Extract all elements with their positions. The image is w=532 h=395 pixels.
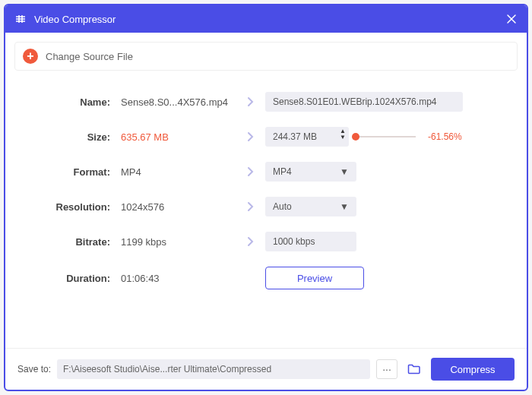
chevron-down-icon: ▼ bbox=[340, 201, 349, 212]
size-slider[interactable] bbox=[355, 136, 416, 137]
source-resolution: 1024x576 bbox=[121, 201, 235, 213]
source-name: Sense8.S0...4X576.mp4 bbox=[121, 96, 235, 108]
row-size: Size: 635.67 MB 244.37 MB ▲ ▼ -61.56% bbox=[30, 127, 502, 147]
row-resolution: Resolution: 1024x576 Auto ▼ bbox=[30, 197, 502, 216]
size-percent: -61.56% bbox=[428, 131, 462, 142]
close-icon[interactable] bbox=[505, 13, 518, 25]
browse-path-button[interactable]: ··· bbox=[376, 359, 397, 379]
output-name-field[interactable]: Sense8.S01E01.WEBrip.1024X576.mp4 bbox=[265, 92, 463, 112]
slider-track[interactable] bbox=[355, 136, 416, 137]
output-format-value: MP4 bbox=[273, 166, 292, 177]
label-bitrate: Bitrate: bbox=[30, 236, 121, 248]
titlebar: Video Compressor bbox=[5, 5, 527, 33]
row-format: Format: MP4 MP4 ▼ bbox=[30, 162, 502, 182]
label-name: Name: bbox=[30, 96, 121, 108]
save-path-field[interactable]: F:\Aiseesoft Studio\Aise...rter Ultimate… bbox=[57, 359, 370, 379]
arrow-icon bbox=[235, 166, 265, 177]
source-bitrate: 1199 kbps bbox=[121, 236, 235, 248]
source-format: MP4 bbox=[121, 166, 235, 178]
arrow-icon bbox=[235, 201, 265, 212]
row-bitrate: Bitrate: 1199 kbps 1000 kbps bbox=[30, 232, 502, 251]
output-resolution-value: Auto bbox=[273, 201, 292, 212]
settings-body: Name: Sense8.S0...4X576.mp4 Sense8.S01E0… bbox=[5, 71, 527, 348]
row-name: Name: Sense8.S0...4X576.mp4 Sense8.S01E0… bbox=[30, 92, 502, 112]
label-duration: Duration: bbox=[30, 273, 121, 284]
arrow-icon bbox=[235, 131, 265, 142]
change-source-bar[interactable]: + Change Source File bbox=[14, 42, 518, 71]
source-duration: 01:06:43 bbox=[121, 273, 235, 284]
output-format-select[interactable]: MP4 ▼ bbox=[265, 162, 356, 182]
output-bitrate-value: 1000 kbps bbox=[273, 236, 315, 247]
arrow-icon bbox=[235, 96, 265, 107]
output-size-value: 244.37 MB bbox=[273, 131, 317, 142]
open-folder-button[interactable] bbox=[404, 359, 425, 379]
spinner-down-icon[interactable]: ▼ bbox=[340, 134, 346, 141]
output-size-stepper[interactable]: 244.37 MB ▲ ▼ bbox=[265, 127, 349, 147]
app-window: Video Compressor + Change Source File Na… bbox=[4, 4, 528, 391]
window-title: Video Compressor bbox=[34, 14, 505, 25]
label-format: Format: bbox=[30, 166, 121, 178]
plus-icon: + bbox=[23, 49, 38, 64]
preview-button[interactable]: Preview bbox=[265, 267, 364, 289]
save-to-label: Save to: bbox=[17, 364, 51, 374]
size-spinner[interactable]: ▲ ▼ bbox=[340, 128, 346, 141]
source-size: 635.67 MB bbox=[121, 131, 235, 143]
output-resolution-select[interactable]: Auto ▼ bbox=[265, 197, 356, 216]
slider-thumb[interactable] bbox=[352, 133, 359, 141]
compress-button[interactable]: Compress bbox=[431, 358, 515, 381]
arrow-icon bbox=[235, 236, 265, 247]
chevron-down-icon: ▼ bbox=[340, 166, 349, 177]
row-duration: Duration: 01:06:43 Preview bbox=[30, 267, 502, 289]
output-bitrate-field[interactable]: 1000 kbps bbox=[265, 232, 356, 251]
app-icon bbox=[14, 13, 27, 25]
label-resolution: Resolution: bbox=[30, 201, 121, 213]
change-source-label: Change Source File bbox=[46, 51, 133, 62]
folder-icon bbox=[407, 363, 421, 375]
footer: Save to: F:\Aiseesoft Studio\Aise...rter… bbox=[5, 348, 527, 390]
label-size: Size: bbox=[30, 131, 121, 143]
